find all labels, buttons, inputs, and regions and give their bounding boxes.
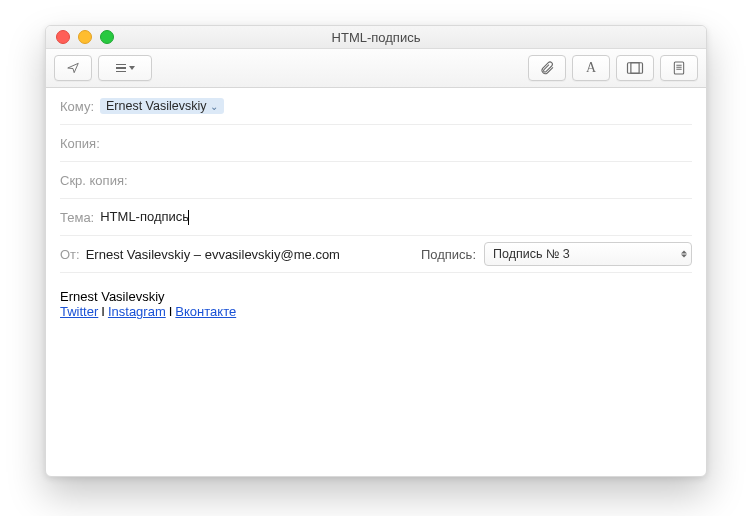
- cc-label: Копия:: [60, 136, 100, 151]
- chevron-down-icon: [129, 66, 135, 70]
- cc-row[interactable]: Копия:: [60, 125, 692, 162]
- svg-rect-2: [674, 62, 683, 74]
- photo-icon: [626, 61, 644, 75]
- chevron-down-icon: ⌄: [210, 101, 218, 112]
- subject-row[interactable]: Тема: HTML-подпись: [60, 199, 692, 236]
- minimize-window-button[interactable]: [78, 30, 92, 44]
- signature-select-value: Подпись № 3: [493, 247, 570, 261]
- attach-button[interactable]: [528, 55, 566, 81]
- subject-label: Тема:: [60, 210, 94, 225]
- message-body[interactable]: Ernest Vasilevskiy TwitterIInstagramIВко…: [46, 273, 706, 476]
- bcc-label: Скр. копия:: [60, 173, 128, 188]
- window-title: HTML-подпись: [46, 30, 706, 45]
- zoom-window-button[interactable]: [100, 30, 114, 44]
- signature-name: Ernest Vasilevskiy: [60, 289, 692, 304]
- signature-links: TwitterIInstagramIВконтакте: [60, 304, 692, 319]
- recipient-name: Ernest Vasilevskiy: [106, 99, 207, 113]
- toolbar: A: [46, 49, 706, 88]
- from-value[interactable]: Ernest Vasilevskiy – evvasilevskiy@me.co…: [86, 247, 340, 262]
- to-row[interactable]: Кому: Ernest Vasilevskiy ⌄: [60, 88, 692, 125]
- list-icon: [116, 64, 126, 73]
- from-row: От: Ernest Vasilevskiy – evvasilevskiy@m…: [60, 236, 692, 273]
- signature-separator: I: [101, 304, 105, 319]
- recipient-token[interactable]: Ernest Vasilevskiy ⌄: [100, 98, 224, 114]
- titlebar: HTML-подпись: [46, 26, 706, 49]
- svg-rect-0: [628, 63, 643, 74]
- close-window-button[interactable]: [56, 30, 70, 44]
- stationery-icon: [672, 60, 686, 76]
- svg-rect-1: [631, 63, 639, 74]
- signature-separator: I: [169, 304, 173, 319]
- signature-link-twitter[interactable]: Twitter: [60, 304, 98, 319]
- header-fields: Кому: Ernest Vasilevskiy ⌄ Копия: Скр. к…: [46, 88, 706, 273]
- signature-select[interactable]: Подпись № 3: [484, 242, 692, 266]
- bcc-row[interactable]: Скр. копия:: [60, 162, 692, 199]
- signature-link-instagram[interactable]: Instagram: [108, 304, 166, 319]
- stationery-button[interactable]: [660, 55, 698, 81]
- format-button[interactable]: A: [572, 55, 610, 81]
- signature-label: Подпись:: [421, 247, 476, 262]
- send-icon: [64, 61, 82, 75]
- text-cursor: [188, 210, 189, 225]
- paperclip-icon: [539, 60, 555, 76]
- header-fields-button[interactable]: [98, 55, 152, 81]
- subject-input[interactable]: HTML-подпись: [100, 209, 189, 225]
- compose-window: HTML-подпись: [45, 25, 707, 477]
- to-label: Кому:: [60, 99, 94, 114]
- signature-link-vk[interactable]: Вконтакте: [175, 304, 236, 319]
- window-controls: [46, 30, 114, 44]
- from-label: От:: [60, 247, 80, 262]
- send-button[interactable]: [54, 55, 92, 81]
- photo-browser-button[interactable]: [616, 55, 654, 81]
- font-icon: A: [586, 60, 596, 76]
